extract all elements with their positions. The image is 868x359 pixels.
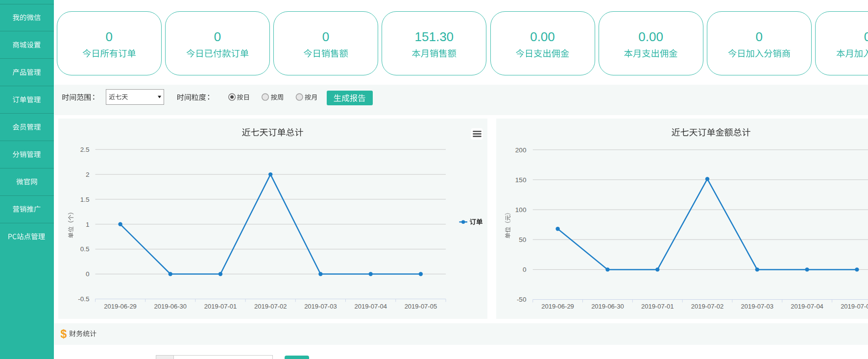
svg-text:0: 0	[214, 29, 221, 44]
svg-text:2019-07-03: 2019-07-03	[741, 303, 774, 310]
svg-text:0: 0	[86, 270, 90, 278]
svg-text:2019-07-02: 2019-07-02	[691, 303, 724, 310]
svg-text:100: 100	[515, 206, 527, 214]
svg-text:50: 50	[519, 236, 526, 243]
svg-text:2.5: 2.5	[80, 146, 90, 153]
svg-text:2019-06-30: 2019-06-30	[591, 303, 624, 310]
svg-text:$: $	[61, 328, 67, 340]
svg-text:2019-07-01: 2019-07-01	[641, 303, 674, 310]
svg-text:0.5: 0.5	[80, 245, 90, 253]
svg-text:2019-06-30: 2019-06-30	[154, 303, 187, 310]
svg-text:0.00: 0.00	[530, 29, 555, 44]
svg-text:2019-07-04: 2019-07-04	[791, 303, 823, 310]
svg-text:151.30: 151.30	[415, 29, 454, 44]
svg-text:150: 150	[515, 176, 527, 184]
svg-text:2019-07-02: 2019-07-02	[254, 303, 287, 310]
svg-text:0: 0	[864, 29, 868, 44]
svg-text:2019-07-05: 2019-07-05	[841, 303, 868, 310]
svg-text:2019-07-05: 2019-07-05	[405, 303, 437, 310]
svg-text:2019-06-29: 2019-06-29	[104, 303, 137, 310]
svg-text:2019-06-29: 2019-06-29	[541, 303, 574, 310]
svg-text:0: 0	[523, 266, 527, 273]
svg-text:2019-07-03: 2019-07-03	[304, 303, 337, 310]
svg-text:0.00: 0.00	[638, 29, 663, 44]
svg-text:1: 1	[86, 221, 90, 228]
svg-text:-0.5: -0.5	[78, 295, 89, 303]
svg-text:2019-07-01: 2019-07-01	[204, 303, 237, 310]
svg-text:200: 200	[515, 146, 527, 154]
svg-text:1.5: 1.5	[80, 196, 90, 203]
svg-text:0: 0	[106, 29, 113, 44]
svg-text:0: 0	[322, 29, 329, 44]
svg-text:-50: -50	[517, 296, 527, 303]
svg-text:0: 0	[756, 29, 763, 44]
svg-text:2: 2	[86, 171, 90, 178]
svg-text:2019-07-04: 2019-07-04	[354, 303, 387, 310]
